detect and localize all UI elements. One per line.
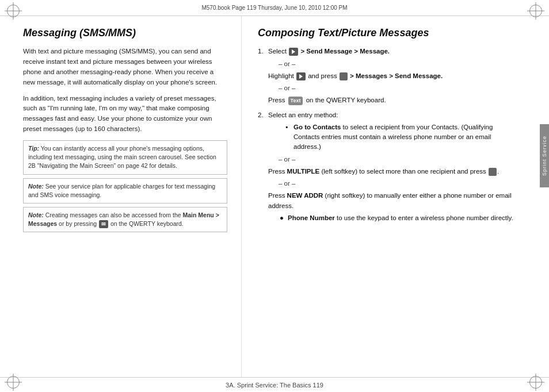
note2-box: Note: Creating messages can also be acce…	[23, 207, 227, 232]
bullet1: ▪ Go to Contacts to select a recipient f…	[285, 122, 520, 152]
phone-number-bold: Phone Number	[288, 214, 335, 221]
menu-icon	[340, 72, 348, 80]
step1-highlight-line: Highlight and press > Messages > Send Me…	[268, 71, 520, 81]
step1-text: Select	[268, 48, 287, 55]
target-br-decoration	[527, 374, 544, 391]
note2-label: Note:	[28, 212, 44, 218]
step1-content: Select > Send Message > Message. – or – …	[268, 47, 520, 105]
tip-box: Tip: You can instantly access all your p…	[23, 140, 227, 175]
text-icon-note2: ✉	[99, 220, 108, 228]
multiple-bold: MULTIPLE	[287, 168, 320, 175]
step1-num: 1.	[258, 47, 268, 56]
tip-label: Tip:	[28, 145, 39, 152]
note1-text: See your service plan for applicable cha…	[28, 183, 215, 198]
highlight-icon	[296, 72, 306, 80]
target-bl-decoration	[5, 374, 22, 391]
left-second-para: In addition, text messaging includes a v…	[23, 94, 227, 134]
main-content: Messaging (SMS/MMS) With text and pictur…	[0, 16, 549, 377]
newaddr-line: Press NEW ADDR (right softkey) to manual…	[268, 191, 520, 211]
period: .	[497, 168, 499, 175]
text-badge: Text	[288, 97, 303, 106]
note2-text: Creating messages can also be accessed f…	[45, 212, 183, 218]
page-container: M570.book Page 119 Thursday, June 10, 20…	[0, 0, 549, 392]
step1-text3: Press	[268, 97, 285, 103]
step2-num: 2.	[258, 110, 268, 120]
left-section-title: Messaging (SMS/MMS)	[23, 26, 227, 40]
right-column: Composing Text/Picture Messages 1. Selec…	[242, 16, 549, 377]
bullet-dot-1: ▪	[285, 122, 293, 132]
step1-bold1: > Send Message > Message.	[300, 48, 390, 55]
footer-text: 3A. Sprint Service: The Basics 119	[0, 382, 549, 389]
tip-text: You can instantly access all your phone'…	[28, 145, 216, 169]
step1-text2: and press	[308, 72, 339, 79]
multiple-text2: (left softkey) to select more than one r…	[319, 168, 488, 175]
press-icon	[489, 168, 497, 176]
step2-content: Select an entry method: ▪ Go to Contacts…	[268, 110, 520, 224]
top-bar: M570.book Page 119 Thursday, June 10, 20…	[0, 0, 549, 16]
step1-text4: on the QWERTY keyboard.	[306, 97, 386, 103]
goto-contacts-bold: Go to Contacts	[293, 124, 341, 130]
step1: 1. Select > Send Message > Message. – or…	[258, 47, 520, 105]
newaddr-text: Press	[268, 192, 287, 199]
sprint-service-tab: Sprint Service	[540, 124, 549, 187]
multiple-line: Press MULTIPLE (left softkey) to select …	[268, 167, 520, 176]
note1-box: Note: See your service plan for applicab…	[23, 178, 227, 203]
step1-bold2: > Messages > Send Message.	[350, 72, 443, 79]
step2-text: Select an entry method:	[268, 112, 338, 118]
note2-text2: or by pressing	[57, 220, 98, 227]
step1-press-line: Press Text on the QWERTY keyboard.	[268, 95, 520, 105]
sub-bullet-dot: ●	[280, 213, 288, 223]
step2: 2. Select an entry method: ▪ Go to Conta…	[258, 110, 520, 224]
note2-text3: on the QWERTY keyboard.	[109, 220, 184, 227]
sub-bullet-text: to use the keypad to enter a wireless ph…	[335, 214, 513, 221]
or-divider-2: – or –	[279, 83, 520, 93]
left-intro: With text and picture messaging (SMS/MMS…	[23, 47, 227, 87]
bottom-bar: 3A. Sprint Service: The Basics 119	[0, 377, 549, 392]
or-divider-3: – or –	[279, 155, 520, 164]
top-bar-title: M570.book Page 119 Thursday, June 10, 20…	[7, 5, 542, 11]
left-column: Messaging (SMS/MMS) With text and pictur…	[0, 16, 242, 377]
sub-bullet-content: Phone Number to use the keypad to enter …	[288, 213, 513, 223]
step1-highlight-text: Highlight	[268, 72, 294, 79]
or-divider-4: – or –	[279, 179, 520, 189]
multiple-text: Press	[268, 168, 287, 175]
send-message-icon	[289, 48, 298, 56]
steps-list: 1. Select > Send Message > Message. – or…	[258, 47, 520, 223]
sub-bullet: ● Phone Number to use the keypad to ente…	[280, 213, 520, 223]
bullet1-content: Go to Contacts to select a recipient fro…	[293, 122, 520, 152]
newaddr-bold: NEW ADDR	[287, 192, 323, 199]
right-section-title: Composing Text/Picture Messages	[258, 26, 520, 40]
or-divider-1: – or –	[279, 59, 520, 69]
note1-label: Note:	[28, 183, 44, 190]
